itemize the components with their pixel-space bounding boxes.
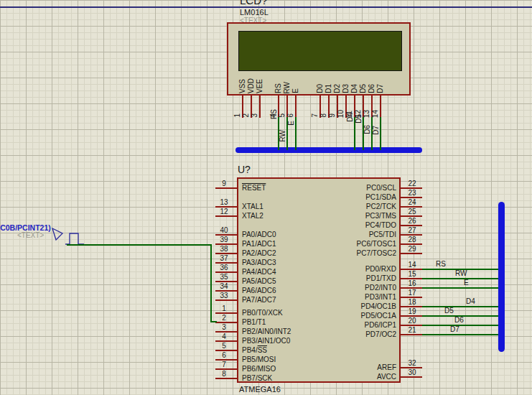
lcd-pin-stub[interactable] xyxy=(259,96,261,118)
mcu-pin-name: PA5/ADC5 xyxy=(242,277,276,285)
pin-name-text: PC6/TOSC1 xyxy=(357,240,396,248)
mcu-pin-number: 3 xyxy=(215,323,233,331)
lcd-pin-number: 13 xyxy=(363,110,371,118)
wire[interactable] xyxy=(210,321,217,322)
mcu-pin-number: 12 xyxy=(215,208,233,215)
mcu-pin-name: PC2/TCK xyxy=(366,203,396,210)
net-label[interactable]: D6 xyxy=(363,125,372,134)
pin-name-text: PC1/SDA xyxy=(365,193,396,201)
pin-name-text: SS xyxy=(258,346,267,354)
pin-name-text: PD2/INT0 xyxy=(365,284,396,292)
lcd-screen xyxy=(238,31,402,71)
pin-name-text: PC7/TOSC2 xyxy=(357,249,396,257)
pin-name-text: XTAL2 xyxy=(242,212,263,220)
net-label[interactable]: D7 xyxy=(450,325,459,333)
lcd-pin-name: RW xyxy=(283,82,291,93)
mcu-pin-number: 25 xyxy=(403,208,421,215)
pulse-generator-icon[interactable] xyxy=(50,226,89,246)
lcd-ref[interactable]: LCD? xyxy=(240,0,267,6)
vertical-bus[interactable] xyxy=(498,202,505,352)
mcu-pin-name: PB0/T0/XCK xyxy=(242,309,283,317)
pin-name-text: PA1/ADC1 xyxy=(242,240,276,248)
mcu-pin-name: PA0/ADC0 xyxy=(242,231,276,238)
mcu-pin-number: 16 xyxy=(403,279,421,287)
mcu-pin-number: 38 xyxy=(215,245,233,253)
mcu-pin-number: 19 xyxy=(403,307,421,315)
mcu-pin-number: 28 xyxy=(403,236,421,243)
net-label[interactable]: RW xyxy=(455,269,467,277)
lcd-pin-number: 2 xyxy=(242,113,251,118)
wire[interactable] xyxy=(210,244,212,322)
wire[interactable] xyxy=(422,306,498,307)
pin-name-text: PA0/ADC0 xyxy=(242,231,276,238)
mcu-part-name[interactable]: ATMEGA16 xyxy=(239,385,281,394)
mcu-pin-name: PD7/OC2 xyxy=(365,330,396,338)
mcu-pin-name: AVCC xyxy=(377,373,396,381)
mcu-pin-name: PA3/ADC3 xyxy=(242,259,276,266)
mcu-pin-number: 36 xyxy=(215,264,233,271)
lcd-pin-stub[interactable] xyxy=(380,96,381,118)
net-label[interactable]: D6 xyxy=(454,316,464,324)
pin-name-text: RESET xyxy=(242,184,266,192)
mcu-pin-number: 13 xyxy=(215,198,233,206)
lcd-pin-number: 10 xyxy=(337,110,345,118)
pin-name-text: PB2/AIN0/INT2 xyxy=(242,327,291,335)
mcu-pin-name: PD6/ICP1 xyxy=(365,321,396,329)
lcd-pin-name: VDD xyxy=(247,78,256,93)
wire[interactable] xyxy=(67,244,212,246)
mcu-pin-number: 15 xyxy=(403,270,421,278)
mcu-pin-stub[interactable] xyxy=(401,376,422,378)
lcd-pin-name: VEE xyxy=(256,79,264,93)
pin-name-text: AVCC xyxy=(377,373,396,381)
mcu-pin-number: 7 xyxy=(215,361,233,368)
mcu-pin-stub[interactable] xyxy=(215,215,237,217)
mcu-pin-name: XTAL2 xyxy=(242,212,263,220)
lcd-pin-number: 7 xyxy=(311,113,319,118)
lcd-pin-name: E xyxy=(291,88,300,93)
mcu-pin-number: 35 xyxy=(215,273,233,281)
mcu-pin-number: 5 xyxy=(215,342,233,350)
mcu-pin-number: 29 xyxy=(403,245,421,253)
mcu-pin-name: PD1/TXD xyxy=(366,274,396,282)
net-label[interactable]: E xyxy=(287,121,296,126)
pin-name-text: PA5/ADC5 xyxy=(242,277,276,285)
wire[interactable] xyxy=(422,278,498,279)
wire[interactable] xyxy=(422,334,498,335)
wire[interactable] xyxy=(422,325,498,326)
mcu-pin-name: PB4/SS xyxy=(242,346,267,354)
pin-name-text: PB3/AIN1/OC0 xyxy=(242,337,290,345)
mcu-pin-name: PD3/INT1 xyxy=(365,293,396,301)
net-label[interactable]: D4 xyxy=(466,297,475,305)
mcu-pin-stub[interactable] xyxy=(215,187,237,189)
mcu-pin-stub[interactable] xyxy=(401,253,422,254)
mcu-pin-name: PA2/ADC2 xyxy=(242,249,276,257)
lcd-pin-stub[interactable] xyxy=(295,96,297,118)
lcd-pin-name: D5 xyxy=(359,84,368,93)
net-label[interactable]: RW xyxy=(279,130,287,141)
lcd-part-name[interactable]: LM016L xyxy=(240,8,269,17)
mcu-pin-number: 40 xyxy=(215,226,233,234)
schematic-canvas: LCD? LM016L <TEXT> U? ATMEGA16 OC0B/PCIN… xyxy=(0,0,532,395)
pin-name-text: PB5/MOSI xyxy=(242,356,276,363)
net-label[interactable]: D7 xyxy=(372,126,381,135)
mcu-ref[interactable]: U? xyxy=(238,164,251,175)
mcu-pin-name: PD5/OC1A xyxy=(361,312,396,320)
mcu-pin-name: AREF xyxy=(377,363,396,371)
mcu-pin-name: XTAL1 xyxy=(242,203,263,210)
net-label[interactable]: E xyxy=(464,279,469,287)
mcu-pin-name: RESET xyxy=(242,184,266,192)
lcd-pin-name: D3 xyxy=(342,84,350,93)
generator-text-placeholder: <TEXT> xyxy=(17,231,44,239)
mcu-pin-stub[interactable] xyxy=(401,334,422,335)
mcu-pin-number: 23 xyxy=(403,189,421,197)
net-label[interactable]: D5 xyxy=(444,307,454,315)
mcu-pin-number: 32 xyxy=(403,359,421,367)
wire[interactable] xyxy=(422,287,498,289)
mcu-pin-name: PA6/ADC6 xyxy=(242,287,276,294)
mcu-pin-stub[interactable] xyxy=(215,378,237,379)
mcu-pin-stub[interactable] xyxy=(215,299,237,301)
net-label[interactable]: RS xyxy=(436,260,446,268)
mcu-pin-name: PA4/ADC4 xyxy=(242,268,276,276)
horizontal-bus[interactable] xyxy=(235,147,422,153)
mcu-pin-number: 30 xyxy=(403,368,421,376)
